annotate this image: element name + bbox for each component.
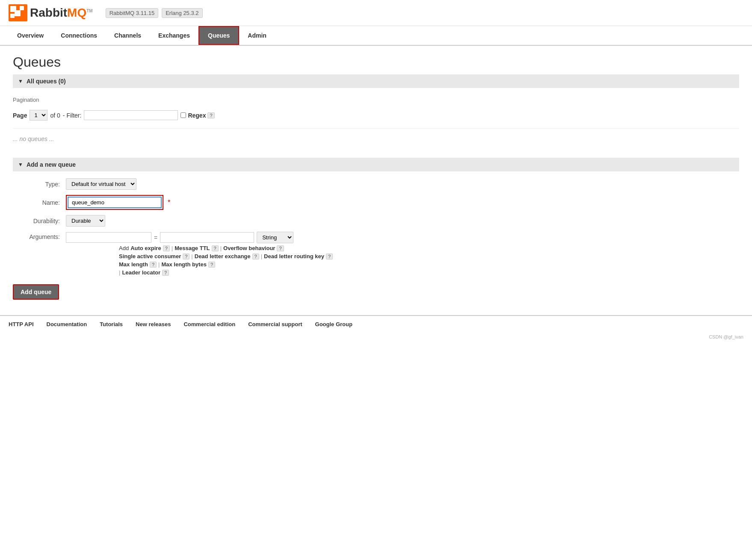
max-length-help[interactable]: ? xyxy=(150,262,157,268)
arg-key-input[interactable] xyxy=(66,232,151,243)
name-wrapper xyxy=(66,195,163,210)
hint-leader-locator[interactable]: Leader locator xyxy=(122,269,160,276)
footer-documentation[interactable]: Documentation xyxy=(47,321,87,327)
logo-rabbit: Rabbit xyxy=(30,6,67,19)
message-ttl-help[interactable]: ? xyxy=(212,245,219,251)
name-input[interactable] xyxy=(68,197,162,208)
add-queue-section: ▼ Add a new queue Type: Default for virt… xyxy=(13,158,739,307)
hint-message-ttl[interactable]: Message TTL xyxy=(175,245,210,251)
content-area: Queues ▼ All queues (0) Pagination Page … xyxy=(0,46,752,315)
add-queue-section-header[interactable]: ▼ Add a new queue xyxy=(13,158,739,171)
dead-letter-routing-help[interactable]: ? xyxy=(326,253,333,259)
logo: RabbitMQTM xyxy=(9,4,93,21)
durability-control: Durable Transient xyxy=(66,215,105,227)
type-control: Default for virtual host Classic Quorum … xyxy=(66,178,136,190)
name-row: Name: * xyxy=(13,195,739,210)
add-hint-label: Add xyxy=(119,245,129,251)
svg-rect-2 xyxy=(15,10,21,16)
max-length-bytes-help[interactable]: ? xyxy=(208,262,215,268)
required-star: * xyxy=(168,199,170,206)
leader-locator-help[interactable]: ? xyxy=(162,270,169,276)
nav-admin[interactable]: Admin xyxy=(239,26,275,45)
page-of-text: of 0 xyxy=(50,112,60,119)
arg-val-input[interactable] xyxy=(160,232,254,243)
footer-tutorials[interactable]: Tutorials xyxy=(100,321,123,327)
nav-queues[interactable]: Queues xyxy=(198,26,239,45)
nav-connections[interactable]: Connections xyxy=(52,26,106,45)
logo-mq: MQ xyxy=(67,6,86,19)
add-queue-btn-row: Add queue xyxy=(13,284,739,300)
version-badge: RabbitMQ 3.11.15 xyxy=(106,8,159,18)
hints-line-0: Add Auto expire ? | Message TTL ? | Over… xyxy=(119,245,333,251)
logo-icon xyxy=(9,4,27,21)
nav-channels[interactable]: Channels xyxy=(106,26,150,45)
nav-overview[interactable]: Overview xyxy=(9,26,52,45)
hint-dead-letter-routing[interactable]: Dead letter routing key xyxy=(264,253,324,259)
durability-select[interactable]: Durable Transient xyxy=(66,215,105,227)
auto-expire-help[interactable]: ? xyxy=(163,245,170,251)
footer-http-api[interactable]: HTTP API xyxy=(9,321,34,327)
add-queue-section-label: Add a new queue xyxy=(27,161,76,168)
type-select[interactable]: Default for virtual host Classic Quorum … xyxy=(66,178,136,190)
footer-new-releases[interactable]: New releases xyxy=(136,321,171,327)
hint-overflow-behaviour[interactable]: Overflow behaviour xyxy=(223,245,275,251)
attribution: CSDN @gf_ivan xyxy=(0,333,752,341)
filter-input[interactable] xyxy=(84,110,178,120)
hint-max-length-bytes[interactable]: Max length bytes xyxy=(161,261,206,268)
footer: HTTP API Documentation Tutorials New rel… xyxy=(0,315,752,333)
regex-label: Regex xyxy=(188,112,206,119)
durability-row: Durability: Durable Transient xyxy=(13,215,739,227)
svg-rect-4 xyxy=(20,6,24,10)
name-control: * xyxy=(66,195,170,210)
equals-sign: = xyxy=(154,234,157,241)
arguments-control: = String Number Boolean Add Aut xyxy=(66,232,333,277)
pagination-label: Pagination xyxy=(13,97,739,103)
page-title: Queues xyxy=(13,54,739,70)
hints-line-2: Max length ? | Max length bytes ? xyxy=(119,261,333,268)
all-queues-label: All queues (0) xyxy=(27,78,66,85)
collapse-arrow-icon: ▼ xyxy=(18,78,23,84)
regex-checkbox[interactable] xyxy=(181,112,186,118)
main-nav: Overview Connections Channels Exchanges … xyxy=(0,26,752,46)
arguments-row: Arguments: = String Number Boolean xyxy=(13,232,739,277)
footer-commercial-support[interactable]: Commercial support xyxy=(248,321,302,327)
page-label: Page xyxy=(13,112,27,119)
logo-tm: TM xyxy=(86,9,92,13)
add-queue-arrow-icon: ▼ xyxy=(18,162,23,168)
regex-area: Regex ? xyxy=(181,112,214,119)
args-hints: Add Auto expire ? | Message TTL ? | Over… xyxy=(119,245,333,276)
single-active-help[interactable]: ? xyxy=(183,253,189,259)
regex-help-button[interactable]: ? xyxy=(207,112,214,118)
all-queues-body: Pagination Page 1 of 0 - Filter: Regex ?… xyxy=(13,88,739,153)
arguments-label: Arguments: xyxy=(13,232,60,240)
erlang-badge: Erlang 25.3.2 xyxy=(162,8,202,18)
logo-text: RabbitMQTM xyxy=(30,6,93,20)
type-label: Type: xyxy=(13,181,60,188)
hint-single-active-consumer[interactable]: Single active consumer xyxy=(119,253,181,259)
add-queue-button[interactable]: Add queue xyxy=(13,284,59,300)
overflow-help[interactable]: ? xyxy=(277,245,284,251)
hint-max-length[interactable]: Max length xyxy=(119,261,148,268)
name-label: Name: xyxy=(13,199,60,206)
hints-line-1: Single active consumer ? | Dead letter e… xyxy=(119,253,333,259)
arg-type-select[interactable]: String Number Boolean xyxy=(257,232,293,243)
header: RabbitMQTM RabbitMQ 3.11.15 Erlang 25.3.… xyxy=(0,0,752,26)
all-queues-section-header[interactable]: ▼ All queues (0) xyxy=(13,74,739,88)
type-row: Type: Default for virtual host Classic Q… xyxy=(13,178,739,190)
pagination-area: Pagination Page 1 of 0 - Filter: Regex ? xyxy=(13,92,739,129)
add-queue-form: Type: Default for virtual host Classic Q… xyxy=(13,171,739,307)
hint-dead-letter-exchange[interactable]: Dead letter exchange xyxy=(195,253,251,259)
durability-label: Durability: xyxy=(13,218,60,224)
footer-commercial-edition[interactable]: Commercial edition xyxy=(184,321,235,327)
hints-line-3: | Leader locator ? xyxy=(119,269,333,276)
svg-rect-3 xyxy=(10,14,15,18)
hint-auto-expire[interactable]: Auto expire xyxy=(130,245,161,251)
dead-letter-exchange-help[interactable]: ? xyxy=(252,253,259,259)
no-queues-text: ... no queues ... xyxy=(13,129,739,149)
pagination-row: Page 1 of 0 - Filter: Regex ? xyxy=(13,106,739,124)
page-select[interactable]: 1 xyxy=(30,110,47,121)
filter-prefix: - Filter: xyxy=(63,112,82,119)
footer-google-group[interactable]: Google Group xyxy=(315,321,352,327)
nav-exchanges[interactable]: Exchanges xyxy=(150,26,198,45)
